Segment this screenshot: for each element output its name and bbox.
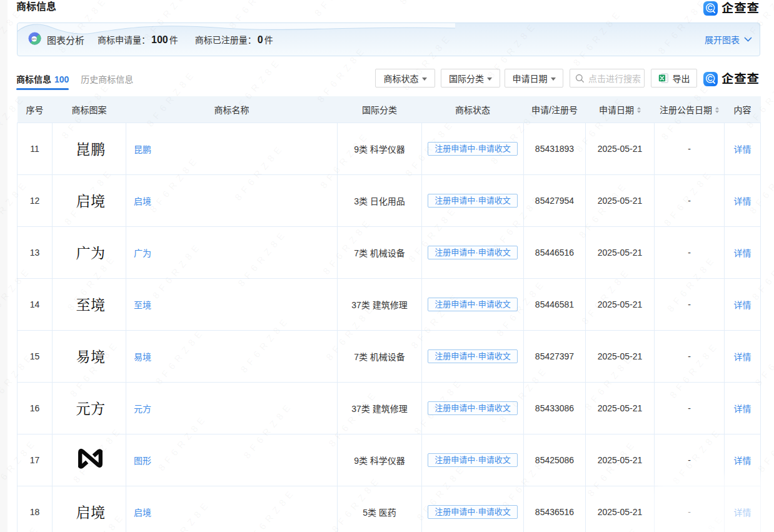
svg-text:68%: 68% (32, 37, 37, 40)
